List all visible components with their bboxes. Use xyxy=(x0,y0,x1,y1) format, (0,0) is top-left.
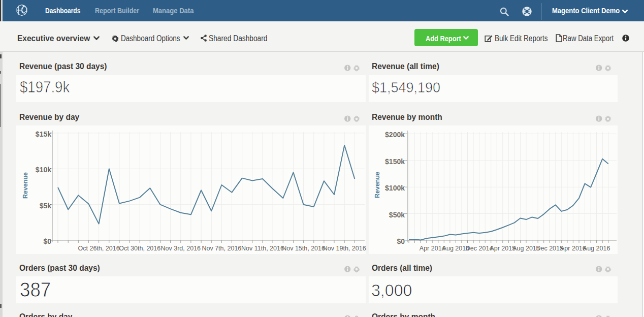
svg-text:Dec 2015: Dec 2015 xyxy=(536,245,563,252)
svg-text:Dec 2014: Dec 2014 xyxy=(466,245,493,252)
svg-text:$100k: $100k xyxy=(385,184,405,192)
svg-text:Nov 15th, 2016: Nov 15th, 2016 xyxy=(282,245,325,252)
svg-text:Oct 30th, 2016: Oct 30th, 2016 xyxy=(119,245,160,252)
svg-text:Nov 7th, 2016: Nov 7th, 2016 xyxy=(202,245,241,252)
svg-text:$10k: $10k xyxy=(36,166,51,174)
svg-text:$0: $0 xyxy=(397,237,405,245)
svg-text:Nov 19th, 2016: Nov 19th, 2016 xyxy=(323,245,366,252)
svg-text:$5k: $5k xyxy=(40,202,52,210)
svg-text:$200k: $200k xyxy=(385,131,405,139)
svg-text:Nov 3rd, 2016: Nov 3rd, 2016 xyxy=(161,245,201,252)
svg-text:$15k: $15k xyxy=(36,130,51,138)
svg-text:$150k: $150k xyxy=(385,157,405,166)
svg-text:Nov 11th, 2016: Nov 11th, 2016 xyxy=(241,245,284,252)
svg-text:Revenue: Revenue xyxy=(22,172,29,199)
svg-text:Apr 2014: Apr 2014 xyxy=(420,245,445,252)
svg-text:Revenue: Revenue xyxy=(374,172,381,198)
svg-text:Oct 26th, 2016: Oct 26th, 2016 xyxy=(78,245,120,252)
svg-text:Apr 2016: Apr 2016 xyxy=(560,245,586,252)
svg-text:$0: $0 xyxy=(43,237,51,245)
svg-text:$50k: $50k xyxy=(389,211,405,219)
svg-text:Apr 2015: Apr 2015 xyxy=(490,245,516,252)
svg-text:Aug 2016: Aug 2016 xyxy=(583,245,610,252)
